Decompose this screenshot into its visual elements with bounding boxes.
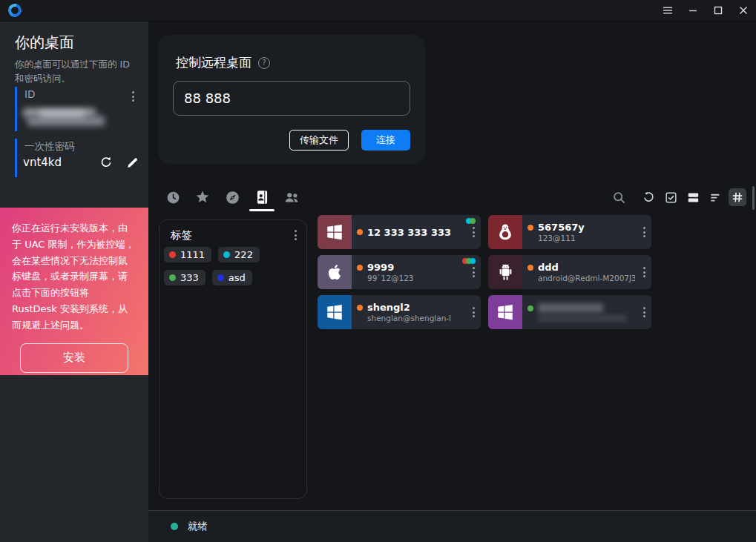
- tags-menu-button[interactable]: [292, 228, 299, 242]
- peer-menu-button[interactable]: [637, 295, 651, 329]
- install-button[interactable]: 安装: [20, 343, 128, 373]
- tab-recent-sessions[interactable]: [164, 186, 182, 208]
- peer-username-redacted: [538, 315, 627, 321]
- id-menu-button[interactable]: [130, 89, 137, 104]
- selected-tab-indicator: [249, 209, 275, 211]
- star-icon: [194, 189, 211, 205]
- close-icon: [738, 5, 749, 16]
- restore-sessions-button[interactable]: [640, 188, 657, 206]
- peer-menu-button[interactable]: [466, 295, 481, 329]
- connect-card-title: 控制远程桌面: [176, 54, 252, 71]
- select-peers-button[interactable]: [662, 188, 680, 206]
- status-text: 就绪: [188, 520, 208, 533]
- peer-name: shengl2: [367, 302, 410, 313]
- tab-discovered[interactable]: [223, 186, 241, 208]
- peer-menu-button[interactable]: [637, 255, 651, 289]
- compass-icon: [225, 190, 240, 205]
- peer-menu-button[interactable]: [637, 215, 651, 249]
- tags-panel-title: 标签: [171, 228, 192, 242]
- peer-card[interactable]: 567567y123@111: [488, 215, 651, 249]
- tab-favorites[interactable]: [194, 186, 211, 208]
- peer-view-actions: [610, 188, 746, 206]
- statusbar: 就绪: [148, 511, 756, 542]
- sidebar-title: 你的桌面: [15, 33, 74, 53]
- refresh-password-icon[interactable]: [99, 155, 114, 170]
- menu-button[interactable]: [655, 0, 680, 22]
- tag-chips: 1111222333asd: [164, 247, 302, 285]
- remote-id-input[interactable]: [173, 81, 410, 116]
- tag-chip[interactable]: asd: [212, 270, 252, 285]
- rustdesk-logo-icon: [6, 1, 24, 19]
- main-area: 控制远程桌面 ? 传输文件 连接: [148, 22, 756, 542]
- tag-label: 333: [180, 272, 199, 283]
- transfer-file-button[interactable]: 传输文件: [289, 130, 349, 151]
- tag-chip[interactable]: 1111: [164, 247, 211, 262]
- minimize-icon: [688, 5, 698, 16]
- grid-view-button[interactable]: [729, 188, 746, 206]
- people-icon: [283, 189, 300, 205]
- tag-chip[interactable]: 222: [218, 247, 260, 262]
- list-view-icon: [709, 191, 723, 205]
- refresh-arrow-icon: [642, 191, 656, 205]
- peer-card[interactable]: 999999`12@123: [318, 255, 481, 289]
- peer-card[interactable]: 12 333 333 333: [318, 215, 481, 249]
- tag-color-dot: [169, 274, 176, 281]
- peer-card[interactable]: shengl2shenglan@shenglan-l: [318, 295, 481, 329]
- clock-icon: [165, 190, 181, 205]
- peer-name-redacted: [538, 303, 603, 313]
- peer-card[interactable]: dddandroid@Redmi-M2007J3SC: [488, 255, 651, 289]
- android-logo-icon: [488, 255, 522, 289]
- connect-button[interactable]: 连接: [361, 130, 410, 151]
- peer-name: 567567y: [538, 222, 585, 233]
- tag-label: 1111: [180, 249, 205, 260]
- search-button[interactable]: [610, 188, 628, 206]
- rustdesk-window: 你的桌面 你的桌面可以通过下面的 ID 和密码访问。 ID 一次性密码 vnt4…: [0, 0, 756, 542]
- peer-status-dot: [357, 305, 363, 311]
- minimize-button[interactable]: [680, 0, 706, 22]
- sidebar: 你的桌面 你的桌面可以通过下面的 ID 和密码访问。 ID 一次性密码 vnt4…: [0, 22, 148, 542]
- grid-hash-icon: [731, 191, 744, 204]
- scrollbar-thumb[interactable]: [752, 186, 755, 210]
- tag-label: asd: [229, 272, 246, 283]
- list-view-button[interactable]: [706, 188, 724, 206]
- peer-tag-dots: [468, 218, 476, 224]
- peer-status-dot: [357, 265, 363, 271]
- peer-status-dot: [527, 305, 533, 311]
- peer-grid: 12 333 333 333567567y123@111999999`12@12…: [318, 215, 651, 329]
- maximize-button[interactable]: [706, 0, 731, 22]
- peer-card[interactable]: [488, 295, 651, 329]
- tab-address-book[interactable]: [253, 186, 271, 208]
- windows-logo-icon: [318, 295, 352, 329]
- peer-name: ddd: [538, 262, 559, 273]
- tags-panel: 标签 1111222333asd: [159, 219, 307, 499]
- pencil-edit-icon[interactable]: [125, 156, 139, 170]
- peer-tag-dots: [464, 258, 476, 264]
- search-icon: [611, 190, 627, 205]
- windows-logo-icon: [488, 295, 522, 329]
- peer-tabs: [158, 186, 300, 208]
- peer-username: 99`12@123: [367, 274, 464, 282]
- help-circle-icon[interactable]: ?: [258, 57, 270, 69]
- tab-group[interactable]: [283, 186, 300, 208]
- peer-toolbar: [158, 184, 746, 211]
- close-button[interactable]: [731, 0, 756, 22]
- linux-logo-icon: [488, 215, 522, 249]
- tag-chip[interactable]: 333: [164, 270, 206, 285]
- peer-name: 9999: [367, 262, 394, 273]
- cards-view-icon: [686, 191, 700, 205]
- tag-label: 222: [234, 249, 253, 260]
- big-tiles-view-button[interactable]: [684, 188, 702, 206]
- password-section: 一次性密码 vnt4kd: [15, 139, 139, 177]
- windows-logo-icon: [318, 215, 352, 249]
- peer-status-dot: [527, 225, 533, 231]
- peer-username: 123@111: [538, 234, 635, 242]
- id-value-redacted: [23, 106, 106, 128]
- install-warning-panel: 你正在运行未安装版本，由于 UAC 限制，作为被控端，会在某些情况下无法控制鼠标…: [0, 208, 148, 375]
- titlebar: [0, 0, 756, 22]
- peer-status-dot: [357, 229, 363, 235]
- password-value: vnt4kd: [23, 156, 62, 169]
- id-section: ID: [15, 87, 139, 131]
- id-label: ID: [24, 88, 35, 100]
- macos-logo-icon: [318, 255, 352, 289]
- tag-color-dot: [169, 251, 176, 258]
